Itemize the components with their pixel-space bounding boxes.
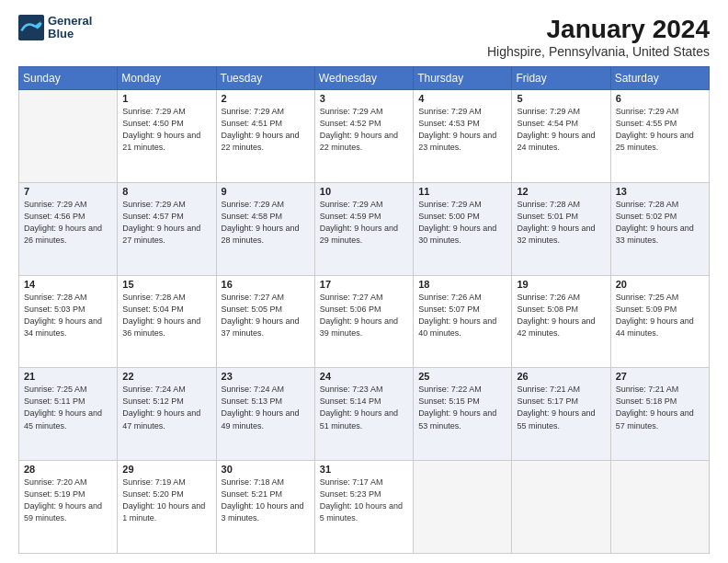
- day-number: 22: [122, 371, 210, 382]
- day-number: 30: [222, 464, 310, 475]
- day-number: 3: [320, 93, 408, 104]
- weekday-header-wednesday: Wednesday: [314, 67, 413, 90]
- calendar-cell: 11Sunrise: 7:29 AMSunset: 5:00 PMDayligh…: [414, 182, 512, 275]
- day-number: 14: [24, 279, 112, 290]
- weekday-header-friday: Friday: [512, 67, 610, 90]
- calendar-cell: 29Sunrise: 7:19 AMSunset: 5:20 PMDayligh…: [118, 461, 216, 554]
- calendar-cell: 10Sunrise: 7:29 AMSunset: 4:59 PMDayligh…: [314, 182, 413, 275]
- calendar-cell: 4Sunrise: 7:29 AMSunset: 4:53 PMDaylight…: [414, 90, 512, 183]
- calendar-cell: 20Sunrise: 7:25 AMSunset: 5:09 PMDayligh…: [610, 275, 709, 368]
- calendar-cell: 2Sunrise: 7:29 AMSunset: 4:51 PMDaylight…: [216, 90, 314, 183]
- day-number: 31: [320, 464, 408, 475]
- calendar-cell: 23Sunrise: 7:24 AMSunset: 5:13 PMDayligh…: [216, 368, 314, 461]
- day-number: 1: [122, 93, 210, 104]
- day-number: 8: [122, 186, 210, 197]
- calendar-week-row: 7Sunrise: 7:29 AMSunset: 4:56 PMDaylight…: [19, 182, 710, 275]
- day-info: Sunrise: 7:29 AMSunset: 4:51 PMDaylight:…: [222, 106, 310, 154]
- logo-line1: General: [48, 15, 92, 28]
- day-info: Sunrise: 7:29 AMSunset: 4:54 PMDaylight:…: [517, 106, 605, 154]
- weekday-header-sunday: Sunday: [19, 67, 118, 90]
- weekday-header-tuesday: Tuesday: [216, 67, 314, 90]
- day-info: Sunrise: 7:25 AMSunset: 5:09 PMDaylight:…: [616, 292, 704, 339]
- calendar-cell: 13Sunrise: 7:28 AMSunset: 5:02 PMDayligh…: [610, 182, 709, 275]
- weekday-header-monday: Monday: [118, 67, 216, 90]
- day-info: Sunrise: 7:29 AMSunset: 4:59 PMDaylight:…: [320, 199, 408, 247]
- day-info: Sunrise: 7:29 AMSunset: 4:57 PMDaylight:…: [122, 199, 210, 247]
- calendar-cell: 24Sunrise: 7:23 AMSunset: 5:14 PMDayligh…: [314, 368, 413, 461]
- weekday-header-saturday: Saturday: [610, 67, 709, 90]
- day-info: Sunrise: 7:24 AMSunset: 5:13 PMDaylight:…: [222, 384, 310, 431]
- day-number: 27: [616, 371, 704, 382]
- calendar-cell: 27Sunrise: 7:21 AMSunset: 5:18 PMDayligh…: [610, 368, 709, 461]
- day-number: 25: [418, 371, 506, 382]
- calendar-cell: 18Sunrise: 7:26 AMSunset: 5:07 PMDayligh…: [414, 275, 512, 368]
- day-info: Sunrise: 7:29 AMSunset: 4:55 PMDaylight:…: [616, 106, 704, 154]
- calendar-cell: [19, 90, 118, 183]
- calendar-cell: 31Sunrise: 7:17 AMSunset: 5:23 PMDayligh…: [314, 461, 413, 554]
- day-info: Sunrise: 7:29 AMSunset: 4:53 PMDaylight:…: [418, 106, 506, 154]
- day-info: Sunrise: 7:29 AMSunset: 4:50 PMDaylight:…: [122, 106, 210, 154]
- calendar-cell: 26Sunrise: 7:21 AMSunset: 5:17 PMDayligh…: [512, 368, 610, 461]
- day-number: 10: [320, 186, 408, 197]
- calendar-cell: 28Sunrise: 7:20 AMSunset: 5:19 PMDayligh…: [19, 461, 118, 554]
- day-info: Sunrise: 7:17 AMSunset: 5:23 PMDaylight:…: [320, 477, 408, 524]
- weekday-header-row: SundayMondayTuesdayWednesdayThursdayFrid…: [19, 67, 710, 90]
- day-number: 12: [517, 186, 605, 197]
- day-number: 13: [616, 186, 704, 197]
- calendar-cell: 15Sunrise: 7:28 AMSunset: 5:04 PMDayligh…: [118, 275, 216, 368]
- calendar-cell: [414, 461, 512, 554]
- calendar-cell: 1Sunrise: 7:29 AMSunset: 4:50 PMDaylight…: [118, 90, 216, 183]
- logo-icon: [18, 15, 44, 40]
- day-number: 23: [222, 371, 310, 382]
- calendar-table: SundayMondayTuesdayWednesdayThursdayFrid…: [18, 66, 710, 554]
- day-number: 6: [616, 93, 704, 104]
- day-info: Sunrise: 7:21 AMSunset: 5:17 PMDaylight:…: [517, 384, 605, 431]
- calendar-cell: 17Sunrise: 7:27 AMSunset: 5:06 PMDayligh…: [314, 275, 413, 368]
- calendar-cell: 21Sunrise: 7:25 AMSunset: 5:11 PMDayligh…: [19, 368, 118, 461]
- day-number: 15: [122, 279, 210, 290]
- day-info: Sunrise: 7:28 AMSunset: 5:02 PMDaylight:…: [616, 199, 704, 247]
- day-info: Sunrise: 7:27 AMSunset: 5:05 PMDaylight:…: [222, 292, 310, 339]
- day-number: 5: [517, 93, 605, 104]
- day-info: Sunrise: 7:19 AMSunset: 5:20 PMDaylight:…: [122, 477, 210, 524]
- day-number: 4: [418, 93, 506, 104]
- header: General Blue January 2024 Highspire, Pen…: [18, 15, 710, 59]
- day-number: 9: [222, 186, 310, 197]
- calendar-cell: 30Sunrise: 7:18 AMSunset: 5:21 PMDayligh…: [216, 461, 314, 554]
- day-number: 17: [320, 279, 408, 290]
- day-number: 20: [616, 279, 704, 290]
- day-info: Sunrise: 7:28 AMSunset: 5:01 PMDaylight:…: [517, 199, 605, 247]
- day-number: 21: [24, 371, 112, 382]
- day-number: 26: [517, 371, 605, 382]
- day-number: 24: [320, 371, 408, 382]
- day-info: Sunrise: 7:28 AMSunset: 5:04 PMDaylight:…: [122, 292, 210, 339]
- weekday-header-thursday: Thursday: [414, 67, 512, 90]
- calendar-subtitle: Highspire, Pennsylvania, United States: [487, 44, 710, 59]
- logo-line2: Blue: [48, 28, 92, 40]
- calendar-cell: 22Sunrise: 7:24 AMSunset: 5:12 PMDayligh…: [118, 368, 216, 461]
- day-number: 2: [222, 93, 310, 104]
- calendar-cell: 19Sunrise: 7:26 AMSunset: 5:08 PMDayligh…: [512, 275, 610, 368]
- day-info: Sunrise: 7:27 AMSunset: 5:06 PMDaylight:…: [320, 292, 408, 339]
- title-block: January 2024 Highspire, Pennsylvania, Un…: [487, 15, 710, 59]
- calendar-cell: 6Sunrise: 7:29 AMSunset: 4:55 PMDaylight…: [610, 90, 709, 183]
- day-info: Sunrise: 7:22 AMSunset: 5:15 PMDaylight:…: [418, 384, 506, 431]
- day-info: Sunrise: 7:23 AMSunset: 5:14 PMDaylight:…: [320, 384, 408, 431]
- day-info: Sunrise: 7:29 AMSunset: 5:00 PMDaylight:…: [418, 199, 506, 247]
- day-info: Sunrise: 7:29 AMSunset: 4:56 PMDaylight:…: [24, 199, 112, 247]
- calendar-week-row: 14Sunrise: 7:28 AMSunset: 5:03 PMDayligh…: [19, 275, 710, 368]
- day-info: Sunrise: 7:28 AMSunset: 5:03 PMDaylight:…: [24, 292, 112, 339]
- calendar-cell: 7Sunrise: 7:29 AMSunset: 4:56 PMDaylight…: [19, 182, 118, 275]
- day-info: Sunrise: 7:26 AMSunset: 5:07 PMDaylight:…: [418, 292, 506, 339]
- day-info: Sunrise: 7:29 AMSunset: 4:58 PMDaylight:…: [222, 199, 310, 247]
- day-info: Sunrise: 7:24 AMSunset: 5:12 PMDaylight:…: [122, 384, 210, 431]
- calendar-week-row: 28Sunrise: 7:20 AMSunset: 5:19 PMDayligh…: [19, 461, 710, 554]
- logo: General Blue: [18, 15, 92, 41]
- calendar-cell: 12Sunrise: 7:28 AMSunset: 5:01 PMDayligh…: [512, 182, 610, 275]
- calendar-week-row: 1Sunrise: 7:29 AMSunset: 4:50 PMDaylight…: [19, 90, 710, 183]
- day-number: 7: [24, 186, 112, 197]
- calendar-title: January 2024: [487, 15, 710, 44]
- day-info: Sunrise: 7:18 AMSunset: 5:21 PMDaylight:…: [222, 477, 310, 524]
- day-number: 18: [418, 279, 506, 290]
- calendar-cell: 14Sunrise: 7:28 AMSunset: 5:03 PMDayligh…: [19, 275, 118, 368]
